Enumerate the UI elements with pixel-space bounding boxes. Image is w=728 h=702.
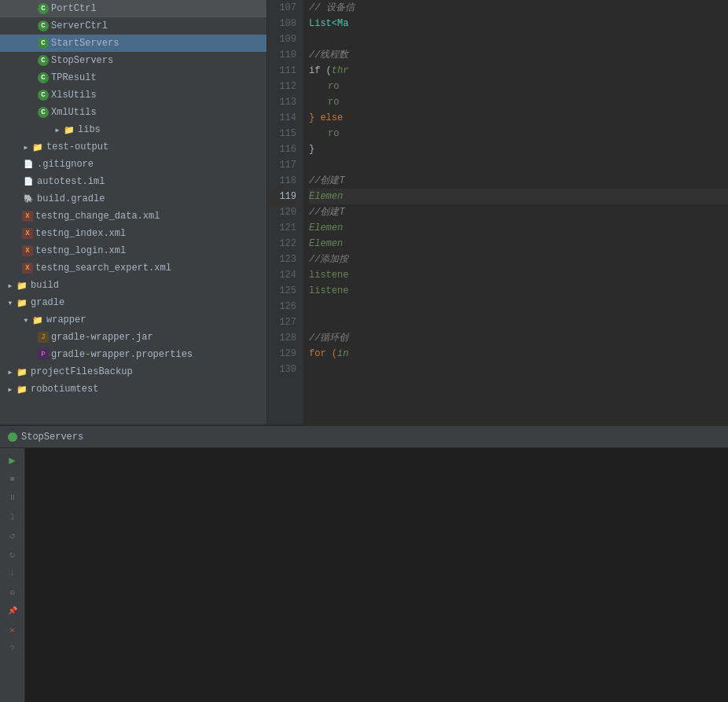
class-icon: C — [38, 72, 49, 83]
code-line-127 — [309, 314, 728, 330]
tree-label: .gitignore — [37, 159, 94, 170]
code-line-107: // 设备信 — [309, 0, 728, 16]
tree-item-stopservers[interactable]: C StopServers — [0, 52, 267, 69]
tree-item-gradle[interactable]: ▼ 📁 gradle — [0, 294, 267, 311]
tree-item-xlsutils[interactable]: C XlsUtils — [0, 86, 267, 104]
tree-item-gradle-wrapper-props[interactable]: P gradle-wrapper.properties — [0, 346, 267, 363]
run-status-icon — [8, 432, 17, 442]
arrow-icon: ▶ — [22, 141, 30, 153]
step-over-icon: ⤵ — [10, 512, 15, 522]
main-area: C PortCtrl C ServerCtrl C StartServers C… — [0, 0, 728, 425]
arrow-icon: ▶ — [53, 123, 61, 136]
code-line-108: List<Ma — [309, 16, 728, 31]
tree-item-test-output[interactable]: ▶ 📁 test-output — [0, 138, 267, 156]
tree-label: testng_login.xml — [35, 245, 126, 256]
tree-item-testng-login[interactable]: X testng_login.xml — [0, 242, 267, 259]
scroll-end-icon: ↓ — [9, 568, 15, 579]
run-stop-button[interactable]: ■ — [4, 470, 21, 487]
code-line-113: ro — [309, 94, 728, 110]
class-icon: C — [38, 20, 49, 31]
tree-item-wrapper[interactable]: ▼ 📁 wrapper — [0, 311, 267, 329]
rerun-icon: ↺ — [9, 530, 15, 542]
tree-label: testng_index.xml — [35, 228, 126, 239]
tree-label: ServerCtrl — [51, 20, 108, 31]
stop-icon: ■ — [9, 475, 14, 483]
run-panel: StopServers ▶ ■ ⏸ ⤵ ↺ — [0, 425, 728, 702]
tree-item-testng-search[interactable]: X testng_search_expert.xml — [0, 259, 267, 277]
jar-icon: J — [38, 332, 49, 343]
code-line-119: Elemen — [309, 189, 728, 204]
tree-item-projectfilesbackup[interactable]: ▶ 📁 projectFilesBackup — [0, 363, 267, 380]
run-close-button[interactable]: ✕ — [4, 621, 21, 638]
code-line-130 — [309, 362, 728, 377]
tree-label: autotest.iml — [37, 176, 105, 187]
help-icon: ? — [9, 644, 15, 653]
folder-icon: 📁 — [16, 296, 28, 309]
run-help-button[interactable]: ? — [4, 640, 21, 657]
code-line-117 — [309, 157, 728, 173]
run-rerun-button[interactable]: ↺ — [4, 527, 21, 544]
code-line-123: //添加按 — [309, 252, 728, 267]
tree-label: XmlUtils — [51, 107, 97, 118]
run-console[interactable] — [25, 448, 728, 702]
code-line-115: ro — [309, 126, 728, 142]
tree-label: gradle-wrapper.jar — [51, 332, 153, 343]
class-icon: C — [38, 90, 49, 101]
arrow-icon: ▶ — [6, 383, 14, 395]
tree-item-gradle-wrapper-jar[interactable]: J gradle-wrapper.jar — [0, 329, 267, 346]
tree-item-robotiumtest[interactable]: ▶ 📁 robotiumtest — [0, 380, 267, 398]
code-editor: 107 108 109 110 111 112 113 114 115 116 … — [267, 0, 728, 425]
folder-icon: 📁 — [16, 383, 28, 395]
tree-item-testng-change[interactable]: X testng_change_data.xml — [0, 208, 267, 225]
tree-item-tpresult[interactable]: C TPResult — [0, 69, 267, 86]
code-line-124: listene — [309, 267, 728, 283]
class-icon: C — [38, 3, 49, 14]
file-tree: C PortCtrl C ServerCtrl C StartServers C… — [0, 0, 267, 425]
tree-label: XlsUtils — [51, 90, 97, 101]
run-rerun-failed-button[interactable]: ↻ — [4, 546, 21, 563]
tree-item-build[interactable]: ▶ 📁 build — [0, 277, 267, 294]
arrow-icon: ▶ — [6, 366, 14, 378]
code-content: // 设备信 List<Ma //线程数 if (thr ro ro — [303, 0, 728, 425]
folder-icon: 📁 — [31, 141, 44, 153]
run-pause-button[interactable]: ⏸ — [4, 489, 21, 506]
arrow-icon: ▶ — [6, 279, 14, 292]
tree-item-testng-index[interactable]: X testng_index.xml — [0, 225, 267, 242]
folder-icon: 📁 — [16, 366, 28, 378]
run-play-button[interactable]: ▶ — [4, 451, 21, 469]
code-line-126 — [309, 299, 728, 314]
run-sidebar: ▶ ■ ⏸ ⤵ ↺ ↻ ↓ — [0, 448, 25, 702]
tree-item-gitignore[interactable]: 📄 .gitignore — [0, 156, 267, 173]
code-line-111: if (thr — [309, 63, 728, 79]
folder-icon: 📁 — [31, 314, 44, 326]
run-pin-button[interactable]: 📌 — [4, 602, 21, 619]
tree-item-libs[interactable]: ▶ 📁 libs — [0, 121, 267, 138]
tree-item-xmlutils[interactable]: C XmlUtils — [0, 104, 267, 121]
class-icon: C — [38, 55, 49, 66]
run-step-over-button[interactable]: ⤵ — [4, 508, 21, 525]
tree-label: build — [31, 280, 59, 291]
xml-icon: X — [22, 211, 33, 222]
tree-item-serverctrl[interactable]: C ServerCtrl — [0, 17, 267, 35]
tree-item-autotest-iml[interactable]: 📄 autotest.iml — [0, 173, 267, 190]
pause-icon: ⏸ — [9, 493, 17, 502]
xml-icon: X — [22, 263, 33, 274]
props-icon: P — [38, 349, 49, 360]
line-numbers: 107 108 109 110 111 112 113 114 115 116 … — [267, 0, 303, 425]
rerun-failed-icon: ↻ — [9, 549, 15, 560]
tree-label: robotiumtest — [31, 384, 98, 395]
tree-label: libs — [78, 124, 101, 135]
code-line-116: } — [309, 142, 728, 157]
run-tab-stopservers[interactable]: StopServers — [0, 426, 91, 448]
run-body: ▶ ■ ⏸ ⤵ ↺ ↻ ↓ — [0, 448, 728, 702]
settings-icon: ⚙ — [9, 587, 15, 597]
tree-item-build-gradle[interactable]: 🐘 build.gradle — [0, 190, 267, 208]
tree-label: StartServers — [51, 38, 119, 49]
code-line-125: listene — [309, 283, 728, 299]
tree-item-startservers[interactable]: C StartServers — [0, 35, 267, 52]
run-scroll-end-button[interactable]: ↓ — [4, 564, 21, 582]
run-settings-button[interactable]: ⚙ — [4, 583, 21, 601]
tree-item-portctrl[interactable]: C PortCtrl — [0, 0, 267, 17]
tree-label: gradle-wrapper.properties — [51, 349, 193, 360]
run-tab-bar: StopServers — [0, 426, 728, 448]
